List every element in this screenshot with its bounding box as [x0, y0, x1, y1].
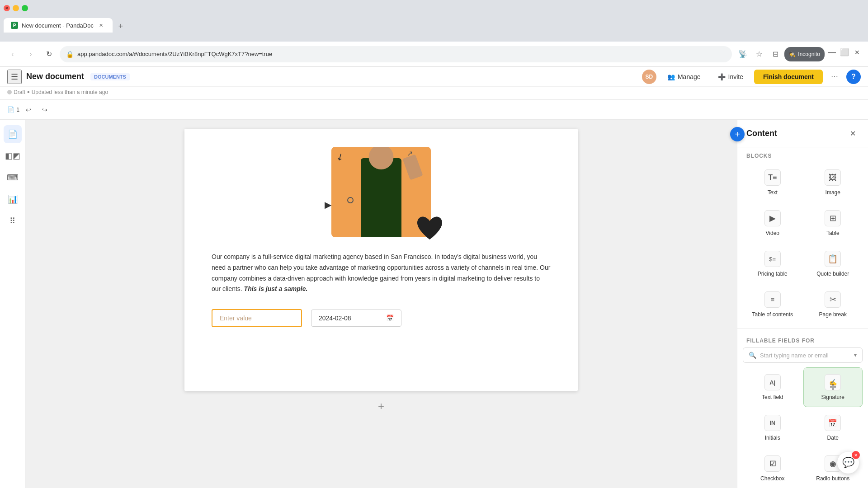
sidebar-content-icon[interactable]: 📄 — [4, 125, 22, 143]
block-item-toc[interactable]: ≡ Table of contents — [743, 285, 802, 324]
redo-button[interactable]: ↪ — [38, 103, 52, 117]
document-image-area: ↙ ↗ ▶ — [212, 147, 551, 237]
dropdown-chevron-icon: ▾ — [854, 352, 857, 358]
chat-widget[interactable]: 💬 ✕ — [837, 452, 859, 474]
toc-block-icon: ≡ — [764, 291, 781, 308]
draft-indicator — [7, 90, 12, 94]
toolbar: 📄 1 ↩ ↪ — [0, 100, 868, 120]
right-sidebar: + Content ✕ BLOCKS T≡ Text 🖼 — [737, 120, 868, 488]
apps-icon: ⠿ — [9, 216, 15, 226]
back-button[interactable]: ‹ — [5, 47, 20, 61]
manage-icon: 👥 — [667, 73, 675, 80]
date-icon: 📅 — [825, 415, 841, 431]
more-options-button[interactable]: ⋯ — [827, 70, 842, 84]
main-area: 📄 ◧◩ ⌨ 📊 ⠿ — [0, 120, 868, 488]
help-button[interactable]: ? — [846, 70, 861, 84]
person-body — [361, 158, 401, 237]
pricing-table-block-label: Pricing table — [758, 271, 788, 277]
corner-arrow: ↗ — [407, 149, 413, 158]
tab-close-button[interactable]: ✕ — [97, 21, 105, 29]
date-field-value: 2024-02-08 — [319, 314, 351, 322]
sidebar-code-icon[interactable]: ⌨ — [4, 169, 22, 187]
triangle-decoration: ▶ — [325, 199, 331, 210]
content-icon: 📄 — [8, 129, 18, 139]
date-field-input[interactable]: 2024-02-08 📅 — [311, 310, 401, 327]
quote-builder-block-label: Quote builder — [816, 271, 849, 277]
fillable-search-container[interactable]: 🔍 ▾ — [743, 347, 863, 363]
invite-button[interactable]: ➕ Invite — [712, 70, 750, 83]
text-field-icon: A| — [764, 374, 781, 390]
user-avatar-header: SD — [642, 70, 656, 84]
chat-icon: 💬 — [842, 457, 854, 469]
block-item-quote-builder[interactable]: 📋 Quote builder — [803, 244, 863, 284]
sidebar-blocks-icon[interactable]: ◧◩ — [4, 147, 22, 165]
block-item-page-break[interactable]: ✂ Page break — [803, 285, 863, 324]
content-panel-close-button[interactable]: ✕ — [846, 127, 859, 140]
text-field-label: Text field — [762, 394, 783, 400]
blocks-label: BLOCKS — [746, 153, 772, 159]
forward-button[interactable]: › — [24, 47, 38, 61]
close-browser-button[interactable]: ✕ — [852, 47, 863, 58]
manage-button[interactable]: 👥 Manage — [661, 70, 707, 83]
fillable-checkbox[interactable]: ☑ Checkbox — [743, 449, 802, 488]
block-item-pricing-table[interactable]: $≡ Pricing table — [743, 244, 802, 284]
manage-label: Manage — [678, 73, 701, 80]
content-panel-title: Content — [746, 129, 777, 138]
radio-buttons-label: Radio buttons — [816, 475, 849, 482]
refresh-button[interactable]: ↻ — [42, 47, 56, 61]
tab-favicon: P — [11, 22, 18, 29]
close-icon: ✕ — [850, 129, 856, 138]
fillable-text-field[interactable]: A| Text field — [743, 367, 802, 407]
sidebar-apps-icon[interactable]: ⠿ — [4, 212, 22, 230]
sidebar-icon[interactable]: ⊟ — [768, 47, 783, 61]
document-body-text: Our company is a full-service digital ma… — [212, 252, 551, 295]
calendar-icon: 📅 — [386, 314, 394, 322]
sidebar-data-icon[interactable]: 📊 — [4, 190, 22, 208]
body-text-italic: This is just a sample. — [244, 285, 308, 292]
incognito-badge: 🕵 Incognito — [784, 47, 825, 61]
restore-browser-button[interactable]: ⬜ — [839, 47, 850, 58]
menu-button[interactable]: ☰ — [7, 70, 22, 84]
panel-add-button[interactable]: + — [730, 127, 745, 141]
active-tab[interactable]: P New document - PandaDoc ✕ — [4, 18, 113, 33]
undo-button[interactable]: ↩ — [21, 103, 36, 117]
maximize-window-button[interactable] — [22, 5, 28, 11]
text-block-icon: T≡ — [764, 169, 781, 186]
block-item-image[interactable]: 🖼 Image — [803, 163, 863, 202]
block-item-text[interactable]: T≡ Text — [743, 163, 802, 202]
bookmark-icon[interactable]: ☆ — [752, 47, 766, 61]
fillable-signature[interactable]: ✍ Signature ✛ — [803, 367, 863, 407]
updated-label: Updated less than a minute ago — [32, 89, 108, 95]
toc-block-label: Table of contents — [752, 311, 793, 318]
code-icon: ⌨ — [7, 173, 19, 183]
minimize-window-button[interactable] — [13, 5, 19, 11]
address-text: app.pandadoc.com/a/#/documents/2UzYiBKr8… — [77, 51, 726, 57]
invite-label: Invite — [728, 73, 743, 80]
hamburger-icon: ☰ — [11, 72, 18, 82]
user-avatar: SD — [642, 70, 656, 84]
minimize-browser-button[interactable]: — — [826, 47, 837, 58]
address-bar[interactable]: 🔒 app.pandadoc.com/a/#/documents/2UzYiBK… — [60, 46, 732, 62]
chat-close-button[interactable]: ✕ — [852, 451, 860, 459]
checkbox-icon: ☑ — [764, 455, 781, 472]
page-count: 📄 1 — [7, 106, 19, 113]
signature-label: Signature — [821, 394, 844, 400]
fillable-search-input[interactable] — [760, 352, 850, 359]
data-icon: 📊 — [8, 194, 18, 204]
cast-icon[interactable]: 📡 — [736, 47, 750, 61]
page-break-block-icon: ✂ — [825, 291, 841, 308]
fillable-date[interactable]: 📅 Date — [803, 408, 863, 448]
new-tab-button[interactable]: + — [114, 20, 127, 33]
document-fields-row: Enter value 2024-02-08 📅 — [212, 309, 551, 327]
checkbox-label: Checkbox — [760, 475, 784, 482]
finish-document-button[interactable]: Finish document — [754, 70, 823, 84]
blocks-section-label: BLOCKS — [737, 147, 868, 163]
fillable-initials[interactable]: IN Initials — [743, 408, 802, 448]
fillable-header: FILLABLE FIELDS FOR — [743, 332, 863, 347]
text-field-input[interactable]: Enter value — [212, 309, 302, 327]
block-item-table[interactable]: ⊞ Table — [803, 203, 863, 243]
block-item-video[interactable]: ▶ Video — [743, 203, 802, 243]
add-block-button[interactable]: + — [373, 398, 389, 414]
close-window-button[interactable]: ✕ — [4, 5, 10, 11]
window-controls: ✕ — [4, 5, 28, 11]
